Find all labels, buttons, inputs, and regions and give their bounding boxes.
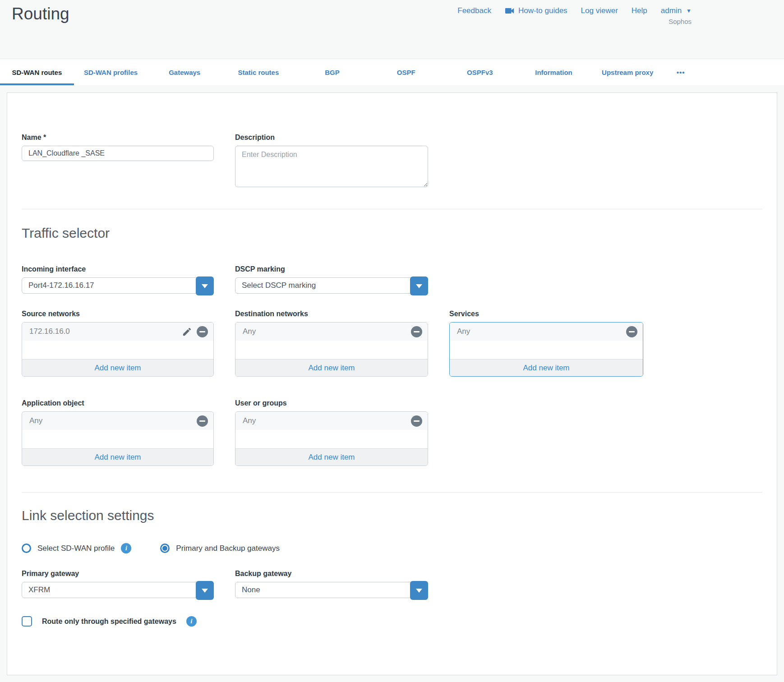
tab-bar: SD-WAN routes SD-WAN profiles Gateways S… <box>0 59 784 85</box>
route-only-label: Route only through specified gateways <box>42 617 176 626</box>
dscp-marking-group: DSCP marking Select DSCP marking <box>235 265 428 294</box>
link-mode-radio-group: Select SD-WAN profile Primary and Backup… <box>22 543 762 553</box>
dropdown-arrow-icon[interactable] <box>410 581 428 600</box>
radio-label: Primary and Backup gateways <box>176 544 280 553</box>
route-only-row: Route only through specified gateways <box>22 616 762 627</box>
name-label: Name * <box>22 134 214 142</box>
tab-information[interactable]: Information <box>517 59 591 85</box>
list-empty-area <box>450 341 643 359</box>
description-input[interactable] <box>235 146 428 187</box>
add-new-item-button[interactable]: Add new item <box>22 359 213 376</box>
radio-unselected-icon[interactable] <box>22 544 31 553</box>
list-item: Any <box>235 323 428 341</box>
radio-select-sdwan-profile[interactable]: Select SD-WAN profile <box>22 543 131 553</box>
primary-gateway-group: Primary gateway XFRM <box>22 570 214 598</box>
tab-ospf[interactable]: OSPF <box>369 59 443 85</box>
list-item: Any <box>235 412 428 430</box>
caret-down-icon: ▼ <box>686 8 692 14</box>
destination-networks-label: Destination networks <box>235 310 428 318</box>
dropdown-arrow-icon[interactable] <box>196 581 214 600</box>
destination-networks-group: Destination networks Any Add new item <box>235 310 428 377</box>
primary-gateway-label: Primary gateway <box>22 570 214 578</box>
services-label: Services <box>449 310 643 318</box>
radio-label: Select SD-WAN profile <box>37 544 115 553</box>
name-input[interactable] <box>22 146 214 161</box>
description-label: Description <box>235 134 428 142</box>
tab-upstream-proxy[interactable]: Upstream proxy <box>590 59 664 85</box>
dropdown-arrow-icon[interactable] <box>410 276 428 295</box>
user-or-groups-group: User or groups Any Add new item <box>235 399 428 466</box>
remove-item-icon[interactable] <box>411 415 422 427</box>
howto-guides-link[interactable]: How-to guides <box>505 6 567 15</box>
user-or-groups-box: Any Add new item <box>235 411 428 466</box>
log-viewer-link[interactable]: Log viewer <box>581 6 618 15</box>
add-new-item-button[interactable]: Add new item <box>450 359 643 376</box>
list-item-text: 172.16.16.0 <box>29 327 70 336</box>
user-or-groups-label: User or groups <box>235 399 428 407</box>
remove-item-icon[interactable] <box>411 326 422 337</box>
list-item: Any <box>22 412 213 430</box>
section-divider <box>22 492 762 493</box>
section-divider <box>22 209 762 209</box>
services-box: Any Add new item <box>449 322 643 377</box>
brand-label: Sophos <box>457 18 692 25</box>
edit-icon[interactable] <box>182 327 192 337</box>
info-icon[interactable] <box>121 543 131 553</box>
backup-gateway-value: None <box>242 585 260 594</box>
tab-bgp[interactable]: BGP <box>295 59 369 85</box>
application-object-label: Application object <box>22 399 214 407</box>
list-empty-area <box>22 341 213 359</box>
services-group: Services Any Add new item <box>449 310 643 377</box>
help-link[interactable]: Help <box>632 6 647 15</box>
add-new-item-button[interactable]: Add new item <box>22 448 213 465</box>
gateway-row: Primary gateway XFRM Backup gateway None <box>22 570 762 598</box>
required-marker: * <box>43 134 46 141</box>
remove-item-icon[interactable] <box>197 326 208 337</box>
backup-gateway-group: Backup gateway None <box>235 570 428 598</box>
header-right: Feedback How-to guides Log viewer Help a… <box>457 6 692 25</box>
dropdown-arrow-icon[interactable] <box>196 276 214 295</box>
source-networks-box: 172.16.16.0 Add new item <box>22 322 214 377</box>
remove-item-icon[interactable] <box>197 415 208 427</box>
list-item-text: Any <box>29 416 42 425</box>
feedback-link[interactable]: Feedback <box>457 6 491 15</box>
add-new-item-button[interactable]: Add new item <box>235 448 428 465</box>
radio-selected-icon[interactable] <box>160 544 170 553</box>
tab-gateways[interactable]: Gateways <box>148 59 221 85</box>
page-title: Routing <box>12 5 69 23</box>
incoming-interface-value: Port4-172.16.16.17 <box>28 281 94 290</box>
traffic-selector-heading: Traffic selector <box>22 226 762 241</box>
list-empty-area <box>235 341 428 359</box>
interface-dscp-row: Incoming interface Port4-172.16.16.17 DS… <box>22 265 762 294</box>
remove-item-icon[interactable] <box>626 326 637 337</box>
video-camera-icon <box>505 7 515 14</box>
tab-sdwan-profiles[interactable]: SD-WAN profiles <box>74 59 148 85</box>
name-field-group: Name * <box>22 134 214 189</box>
route-only-checkbox[interactable] <box>22 616 32 627</box>
dscp-marking-label: DSCP marking <box>235 265 428 273</box>
list-item-text: Any <box>243 416 256 425</box>
radio-primary-backup-gateways[interactable]: Primary and Backup gateways <box>160 544 280 553</box>
incoming-interface-group: Incoming interface Port4-172.16.16.17 <box>22 265 214 294</box>
source-networks-group: Source networks 172.16.16.0 Add new item <box>22 310 214 377</box>
primary-gateway-select[interactable]: XFRM <box>22 582 214 598</box>
list-item-text: Any <box>457 327 470 336</box>
admin-label: admin <box>661 6 682 15</box>
backup-gateway-select[interactable]: None <box>235 582 428 598</box>
backup-gateway-label: Backup gateway <box>235 570 428 578</box>
tab-sdwan-routes[interactable]: SD-WAN routes <box>0 59 74 85</box>
dscp-marking-select[interactable]: Select DSCP marking <box>235 277 428 294</box>
info-icon[interactable] <box>186 616 197 627</box>
list-item: 172.16.16.0 <box>22 323 213 341</box>
admin-menu[interactable]: admin ▼ <box>661 6 692 15</box>
list-item-text: Any <box>243 327 256 336</box>
tab-more-menu[interactable]: ••• <box>664 59 697 85</box>
tab-ospfv3[interactable]: OSPFv3 <box>443 59 517 85</box>
tab-static-routes[interactable]: Static routes <box>221 59 295 85</box>
link-selection-heading: Link selection settings <box>22 508 762 523</box>
name-description-row: Name * Description <box>22 134 762 189</box>
incoming-interface-select[interactable]: Port4-172.16.16.17 <box>22 277 214 294</box>
application-users-row: Application object Any Add new item User… <box>22 399 762 466</box>
networks-services-row: Source networks 172.16.16.0 Add new item <box>22 310 762 377</box>
add-new-item-button[interactable]: Add new item <box>235 359 428 376</box>
